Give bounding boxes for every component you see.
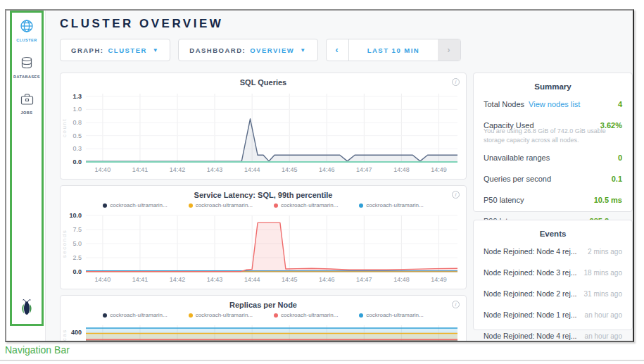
svg-text:14:49: 14:49 <box>431 276 447 283</box>
event-time: 18 mins ago <box>584 269 622 277</box>
svg-text:14:44: 14:44 <box>244 276 260 283</box>
chart-sql-queries: SQL Queries i 14:4014:4114:4214:4314:441… <box>60 73 467 180</box>
svg-text:14:42: 14:42 <box>170 276 186 283</box>
info-icon[interactable]: i <box>452 301 460 308</box>
svg-text:seconds: seconds <box>61 230 68 258</box>
svg-text:14:44: 14:44 <box>244 166 260 173</box>
event-row: Node Rejoined: Node 3 rej... 18 mins ago <box>474 262 632 283</box>
summary-value: 10.5 ms <box>594 196 622 204</box>
event-row: Node Rejoined: Node 1 rej... an hour ago <box>474 304 632 325</box>
chart-legend: cockroach-ultramarin...cockroach-ultrama… <box>61 199 466 208</box>
svg-text:7.5: 7.5 <box>72 226 82 233</box>
svg-text:5.0: 5.0 <box>72 240 82 247</box>
time-range-button[interactable]: LAST 10 MIN <box>349 39 438 61</box>
legend-dot-icon <box>274 313 278 318</box>
events-panel: Events Node Rejoined: Node 4 rej... 2 mi… <box>473 220 633 330</box>
legend-dot-icon <box>103 203 107 208</box>
legend-dot-icon <box>274 203 278 208</box>
svg-text:14:43: 14:43 <box>207 276 223 283</box>
event-time: an hour ago <box>585 332 622 340</box>
database-icon <box>20 56 33 73</box>
chart-title: Service Latency: SQL, 99th percentile <box>61 191 466 199</box>
time-prev-button[interactable]: ‹ <box>327 39 349 61</box>
event-row: Node Rejoined: Node 4 rej... an hour ago <box>474 325 632 342</box>
summary-row-unavailable: Unavailable ranges 0 <box>474 147 632 168</box>
admin-ui-window: CLUSTER DATABASES <box>5 9 634 342</box>
briefcase-icon <box>20 93 34 108</box>
svg-text:0.3: 0.3 <box>72 145 82 152</box>
svg-text:14:48: 14:48 <box>393 276 410 283</box>
event-text: Node Rejoined: Node 4 rej... <box>484 247 577 256</box>
cockroachdb-logo[interactable] <box>19 299 34 319</box>
page-title: CLUSTER OVERVIEW <box>60 17 223 31</box>
svg-text:replicas: replicas <box>61 329 68 342</box>
chart-title: Replicas per Node <box>61 301 466 309</box>
summary-label: Unavailable ranges <box>484 153 550 162</box>
legend-item: cockroach-ultramarin... <box>274 312 338 318</box>
legend-dot-icon <box>103 313 107 318</box>
legend-item: cockroach-ultramarin... <box>359 312 423 318</box>
svg-text:1.0: 1.0 <box>72 106 82 113</box>
legend-item: cockroach-ultramarin... <box>189 312 253 318</box>
svg-text:0.0: 0.0 <box>72 158 82 165</box>
view-nodes-list-link[interactable]: View nodes list <box>529 100 580 108</box>
summary-row-qps: Queries per second 0.1 <box>474 168 632 189</box>
sidebar-item-jobs[interactable]: JOBS <box>20 93 34 115</box>
svg-text:14:47: 14:47 <box>356 276 372 283</box>
summary-value: 0.1 <box>612 175 622 183</box>
sidebar: CLUSTER DATABASES <box>6 11 46 341</box>
sidebar-item-label: DATABASES <box>13 75 40 79</box>
chevron-down-icon: ▼ <box>300 47 306 54</box>
event-time: 2 mins ago <box>588 248 622 256</box>
legend-dot-icon <box>359 313 363 318</box>
summary-label: Total Nodes <box>484 100 524 108</box>
chart-title: SQL Queries <box>61 78 466 87</box>
summary-value: 4 <box>618 100 622 108</box>
globe-icon <box>20 19 34 36</box>
legend-item: cockroach-ultramarin... <box>103 312 167 318</box>
event-text: Node Rejoined: Node 2 rej... <box>484 289 577 298</box>
chart-legend: cockroach-ultramarin...cockroach-ultrama… <box>61 309 466 318</box>
summary-panel: Summary Total Nodes View nodes list 4 Ca… <box>473 73 633 212</box>
event-row: Node Rejoined: Node 4 rej... 2 mins ago <box>474 241 632 262</box>
navigation-bar: CLUSTER DATABASES <box>10 11 44 326</box>
chart-plot: 14:4014:4114:4214:4314:4414:4514:4614:47… <box>61 318 466 342</box>
annotation-label: Navigation Bar <box>5 344 70 356</box>
events-title: Events <box>474 220 632 241</box>
svg-text:2.5: 2.5 <box>72 254 82 261</box>
divider <box>0 360 644 361</box>
svg-text:14:45: 14:45 <box>282 166 298 173</box>
chart-plot: 14:4014:4114:4214:4314:4414:4514:4614:47… <box>61 87 466 179</box>
legend-dot-icon <box>359 203 363 208</box>
svg-text:count: count <box>61 118 68 137</box>
svg-text:14:43: 14:43 <box>207 166 223 173</box>
summary-row-total-nodes: Total Nodes View nodes list 4 <box>474 94 632 115</box>
svg-text:14:48: 14:48 <box>393 166 410 173</box>
svg-text:14:49: 14:49 <box>431 166 447 173</box>
summary-label: Queries per second <box>484 175 551 183</box>
legend-item: cockroach-ultramarin... <box>103 202 167 208</box>
dashboard-dropdown[interactable]: DASHBOARD: OVERVIEW ▼ <box>178 39 317 61</box>
event-row: Node Rejoined: Node 2 rej... 31 mins ago <box>474 283 632 304</box>
chart-replicas-per-node: Replicas per Node i cockroach-ultramarin… <box>60 295 467 342</box>
legend-item: cockroach-ultramarin... <box>189 202 253 208</box>
legend-dot-icon <box>189 203 193 208</box>
info-icon[interactable]: i <box>452 78 460 86</box>
summary-row-p50: P50 latency 10.5 ms <box>474 189 632 211</box>
info-icon[interactable]: i <box>452 191 460 199</box>
graph-dropdown[interactable]: GRAPH: CLUSTER ▼ <box>60 39 170 61</box>
summary-title: Summary <box>474 73 632 94</box>
event-time: 31 mins ago <box>584 290 622 298</box>
chart-service-latency: Service Latency: SQL, 99th percentile i … <box>60 185 467 289</box>
graph-dropdown-label: GRAPH: <box>71 46 103 54</box>
sidebar-item-cluster[interactable]: CLUSTER <box>16 19 37 42</box>
sidebar-item-databases[interactable]: DATABASES <box>13 56 40 79</box>
svg-text:14:46: 14:46 <box>319 166 335 173</box>
summary-value: 0 <box>618 153 622 162</box>
chevron-down-icon: ▼ <box>153 47 159 54</box>
capacity-caption: You are using 26.8 GiB of 742.0 GiB usab… <box>474 127 632 147</box>
svg-text:400: 400 <box>71 329 82 336</box>
dashboard-dropdown-label: DASHBOARD: <box>189 46 246 54</box>
sidebar-item-label: JOBS <box>21 111 33 115</box>
event-text: Node Rejoined: Node 1 rej... <box>484 310 577 319</box>
